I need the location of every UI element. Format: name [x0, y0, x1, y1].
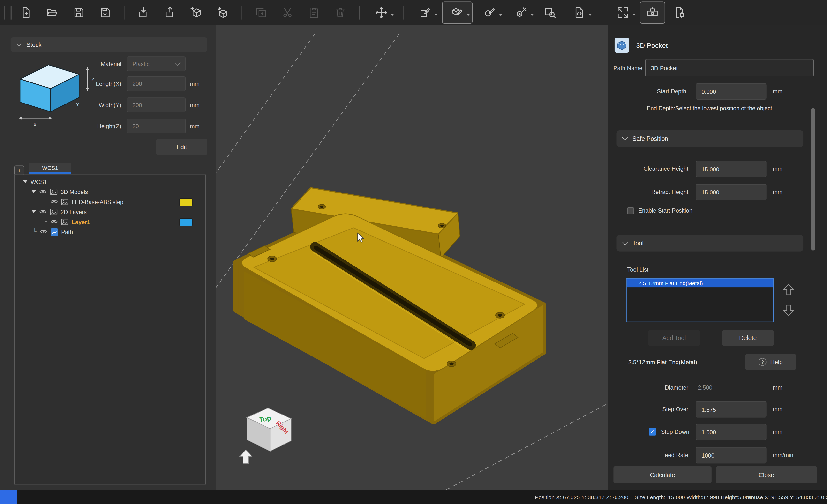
- move-tool-up-button[interactable]: [781, 282, 796, 297]
- start-depth-input[interactable]: [696, 83, 766, 100]
- toolpath-3d-pocket-icon: [451, 6, 464, 18]
- path-name-input[interactable]: [645, 59, 814, 77]
- home-view-arrow-icon[interactable]: [240, 450, 252, 464]
- layer-color-swatch[interactable]: [179, 198, 193, 206]
- app-logo: [0, 490, 17, 504]
- selected-tool-label: 2.5*12mm Flat End(Metal): [628, 359, 697, 365]
- step-down-unit: mm: [773, 429, 782, 435]
- transform-button[interactable]: [367, 2, 396, 23]
- toolpath-3d-pocket-button[interactable]: [442, 1, 473, 23]
- help-button-label: Help: [770, 359, 783, 365]
- toolpath-preview-button[interactable]: [538, 2, 562, 23]
- safe-position-section-header[interactable]: Safe Position: [617, 130, 803, 147]
- tool-list-item[interactable]: 2.5*12mm Flat End(Metal): [627, 279, 773, 287]
- export-vector-button[interactable]: [158, 2, 182, 23]
- start-depth-label: Start Depth: [608, 88, 686, 94]
- add-wcs-tab-button[interactable]: +: [14, 166, 24, 175]
- eye-icon[interactable]: [50, 219, 58, 225]
- height-z-input[interactable]: [127, 119, 186, 134]
- safe-position-label: Safe Position: [632, 136, 668, 142]
- calculate-button[interactable]: Calculate: [613, 466, 711, 484]
- toolbar-grip[interactable]: [4, 6, 12, 19]
- length-x-input[interactable]: [127, 77, 186, 91]
- eye-icon[interactable]: [39, 209, 47, 214]
- dropdown-arrow-icon[interactable]: [391, 13, 394, 16]
- layer-color-swatch[interactable]: [179, 218, 193, 226]
- delete-tool-button[interactable]: Delete: [722, 330, 774, 346]
- tab-wcs1[interactable]: WCS1: [29, 163, 71, 172]
- retract-height-input[interactable]: [696, 184, 766, 200]
- step-over-input[interactable]: [696, 401, 766, 418]
- enable-start-position-checkbox[interactable]: [627, 207, 634, 214]
- image-icon: [61, 199, 69, 205]
- toolpath-2d-icon: [419, 6, 431, 18]
- save-as-button[interactable]: [93, 2, 117, 23]
- import-vector-icon: [137, 6, 150, 18]
- material-select[interactable]: Plastic: [127, 56, 186, 71]
- viewport[interactable]: Top Right: [216, 26, 608, 491]
- toolpath-rest-button[interactable]: [475, 2, 504, 23]
- material-dropdown-icon: [175, 60, 181, 66]
- tree-item-3d-models[interactable]: 3D Models: [15, 187, 205, 197]
- new-file-icon: [19, 6, 32, 18]
- close-button[interactable]: Close: [716, 466, 817, 484]
- stock-section-header[interactable]: Stock: [11, 38, 207, 52]
- feed-rate-input[interactable]: [696, 447, 766, 464]
- paste-button: [302, 2, 326, 23]
- expander-icon[interactable]: [32, 210, 36, 213]
- dropdown-arrow-icon[interactable]: [589, 13, 592, 16]
- top-toolbar: [0, 0, 827, 26]
- expander-icon[interactable]: [32, 190, 36, 193]
- import-vector-button[interactable]: [131, 2, 156, 23]
- toolpath-2d-button[interactable]: [410, 2, 440, 23]
- eye-icon[interactable]: [50, 199, 58, 205]
- toolbar-separator: [403, 6, 403, 19]
- open-file-button[interactable]: [40, 2, 64, 23]
- delete-button: [328, 2, 352, 23]
- export-model-icon: [216, 6, 229, 18]
- stock-axis-x-label: X: [33, 122, 37, 128]
- tree-item-path[interactable]: └Path: [15, 226, 205, 237]
- save-button[interactable]: [66, 2, 91, 23]
- width-y-label: Width(Y): [62, 102, 121, 108]
- eye-icon[interactable]: [39, 189, 47, 194]
- tree-item-wcs1[interactable]: WCS1: [15, 177, 205, 187]
- clearance-height-input[interactable]: [696, 161, 766, 177]
- dropdown-arrow-icon[interactable]: [435, 13, 438, 16]
- panel-scrollbar[interactable]: [811, 108, 815, 251]
- help-button[interactable]: ? Help: [745, 354, 796, 370]
- import-model-button[interactable]: [184, 2, 208, 23]
- image-icon: [50, 208, 58, 215]
- dropdown-arrow-icon[interactable]: [467, 13, 470, 16]
- step-down-input[interactable]: [696, 424, 766, 440]
- tree-item-2d-layers[interactable]: 2D Layers: [15, 207, 205, 217]
- dropdown-arrow-icon[interactable]: [632, 13, 636, 16]
- edit-stock-button[interactable]: Edit: [156, 139, 207, 155]
- width-y-input[interactable]: [127, 97, 186, 112]
- tool-section-header[interactable]: Tool: [617, 235, 803, 252]
- dropdown-arrow-icon[interactable]: [531, 13, 534, 16]
- model-led-base[interactable]: [236, 188, 543, 422]
- status-bar: Position X: 67.625 Y: 38.317 Z: -6.200 S…: [0, 490, 827, 504]
- eye-icon[interactable]: [40, 229, 48, 235]
- end-depth-note: End Depth:Select the lowest position of …: [612, 105, 808, 111]
- view-cube[interactable]: Top Right: [247, 408, 291, 451]
- add-tool-button: Add Tool: [648, 330, 700, 346]
- fit-view-button[interactable]: [608, 2, 638, 23]
- viewport-canvas[interactable]: Top Right: [216, 26, 608, 491]
- post-process-button[interactable]: [667, 2, 691, 23]
- expander-icon[interactable]: [23, 181, 27, 183]
- left-panel: Stock Z Y X Material Plastic Length(X) m…: [0, 26, 216, 491]
- export-model-button[interactable]: [210, 2, 235, 23]
- new-file-button[interactable]: [14, 2, 38, 23]
- tree-item-layer1[interactable]: └Layer1: [15, 217, 205, 226]
- toolpath-drill-button[interactable]: [506, 2, 536, 23]
- tree-item-led-base-abs-step[interactable]: └LED-Base-ABS.step: [15, 197, 205, 207]
- tool-list[interactable]: 2.5*12mm Flat End(Metal): [626, 279, 774, 322]
- dropdown-arrow-icon[interactable]: [499, 13, 502, 16]
- machine-button[interactable]: [640, 1, 665, 23]
- gcode-button[interactable]: [565, 2, 594, 23]
- step-down-checkbox[interactable]: ✓: [649, 428, 656, 436]
- move-tool-down-button[interactable]: [781, 303, 796, 318]
- cut-icon: [281, 6, 294, 18]
